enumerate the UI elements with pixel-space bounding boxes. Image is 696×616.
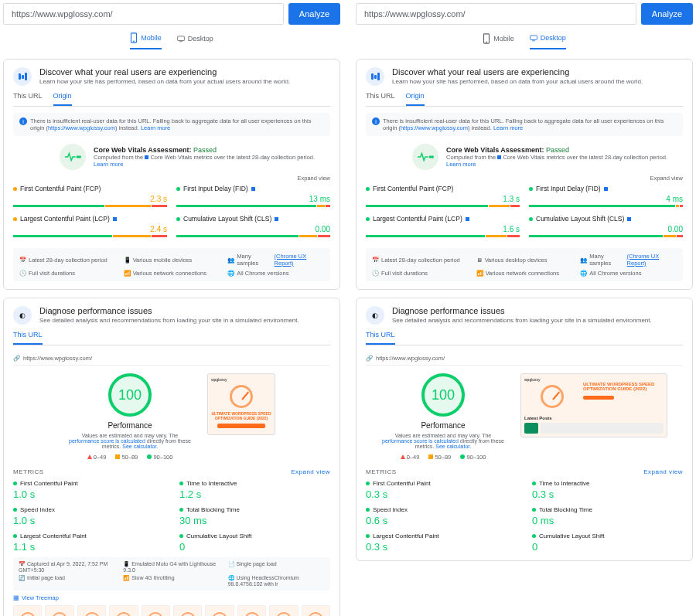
diag-subtab-thisurl[interactable]: This URL (366, 331, 395, 345)
view-treemap-link[interactable]: ▦ View Treemap (13, 594, 330, 601)
metric-fcp: First Contentful Paint (FCP) 2.3 s (13, 185, 167, 207)
info-icon: i (19, 117, 27, 125)
foot-samples: 👥 Many samples (Chrome UX Report) (227, 253, 324, 267)
capture-settings: 📅 Captured at Apr 9, 2022, 7:52 PM GMT+5… (13, 557, 330, 590)
gauge-icon: ◐ (366, 306, 384, 325)
page-thumbnail: wpglossy ULTIMATE WORDPRESS SPEED OPTIMI… (520, 373, 667, 437)
pulse-icon (60, 144, 86, 170)
origin-link[interactable]: https://www.wpglossy.com (401, 124, 468, 131)
chart-icon (366, 67, 384, 86)
perf-score-link[interactable]: performance score is calculated (69, 438, 145, 444)
performance-score: 100 (108, 373, 152, 417)
foot-visit: 🕒 Full visit durations (372, 270, 469, 277)
foot-devices: 🖥 Various desktop devices (476, 253, 573, 267)
pulse-icon (412, 144, 438, 170)
mobile-icon (483, 33, 490, 44)
metric-lcp: Largest Contentful Paint (LCP) 1.6 s (366, 215, 520, 237)
svg-point-4 (77, 156, 78, 158)
metric-fid: First Input Delay (FID) 13 ms (176, 185, 330, 207)
info-icon: i (372, 117, 380, 125)
foot-visit: 🕒 Full visit durations (19, 270, 116, 277)
subtab-thisurl[interactable]: This URL (13, 92, 43, 106)
desktop-icon (530, 32, 537, 43)
analyze-button[interactable]: Analyze (641, 3, 693, 25)
filmstrip (13, 605, 330, 616)
performance-score: 100 (421, 373, 465, 417)
metric-fcp: First Contentful Paint (FCP) 1.3 s (366, 185, 520, 207)
metric-lcp: Largest Contentful Paint (LCP) 2.4 s (13, 215, 167, 237)
discover-title: Discover what your real users are experi… (39, 67, 290, 77)
discover-card: Discover what your real users are experi… (3, 59, 340, 290)
metric-fid: First Input Delay (FID) 4 ms (529, 185, 683, 207)
foot-chrome: 🌐 All Chrome versions (580, 270, 677, 277)
expand-view-link[interactable]: Expand view (13, 175, 330, 182)
expand-view-link-2[interactable]: Expand view (643, 468, 683, 475)
analyze-button[interactable]: Analyze (288, 3, 340, 25)
expand-view-link-2[interactable]: Expand view (291, 468, 330, 475)
foot-net: 📶 Various network connections (476, 270, 573, 277)
see-calculator-link[interactable]: See calculator. (435, 444, 471, 449)
tab-mobile[interactable]: Mobile (130, 32, 162, 49)
chart-icon (13, 67, 32, 86)
metric-cls: Cumulative Layout Shift (CLS) 0.00 (529, 215, 683, 237)
foot-devices: 📱 Various mobile devices (124, 253, 220, 267)
perf-score-link[interactable]: performance score is calculated (382, 438, 459, 444)
learn-more-link[interactable]: Learn more (493, 124, 523, 131)
assessment-learn-more[interactable]: Learn more (446, 161, 667, 168)
metric-cls: Cumulative Layout Shift (CLS) 0.00 (176, 215, 330, 237)
url-input[interactable] (356, 3, 636, 25)
subtab-origin[interactable]: Origin (406, 92, 425, 106)
tab-desktop[interactable]: Desktop (530, 32, 566, 49)
assessment-status: Passed (193, 146, 217, 154)
tab-mobile[interactable]: Mobile (483, 32, 514, 49)
page-thumbnail: wpglossy ULTIMATE WORDPRESS SPEED OPTIMI… (207, 373, 275, 435)
mobile-icon (130, 32, 138, 43)
subtab-origin[interactable]: Origin (53, 92, 72, 106)
svg-rect-8 (530, 36, 537, 40)
tab-desktop[interactable]: Desktop (177, 32, 213, 49)
foot-period: 📅 Latest 28-day collection period (19, 253, 116, 267)
foot-net: 📶 Various network connections (124, 270, 220, 277)
see-calculator-link[interactable]: See calculator. (122, 444, 158, 449)
foot-period: 📅 Latest 28-day collection period (372, 253, 469, 267)
svg-point-5 (79, 156, 80, 158)
analyzed-url: 🔗https://www.wpglossy.com/ (366, 352, 683, 366)
origin-link[interactable]: https://www.wpglossy.com (48, 124, 115, 131)
foot-samples: 👥 Many samples (Chrome UX Report) (580, 253, 677, 267)
url-input[interactable] (3, 3, 284, 25)
gauge-icon: ◐ (13, 306, 32, 325)
svg-point-10 (429, 156, 431, 158)
diag-subtab-thisurl[interactable]: This URL (13, 331, 43, 345)
foot-chrome: 🌐 All Chrome versions (227, 270, 324, 277)
assessment-status: Passed (546, 146, 569, 154)
discover-card: Discover what your real users are experi… (356, 59, 693, 290)
analyzed-url: 🔗https://www.wpglossy.com/ (13, 352, 330, 366)
svg-point-11 (432, 156, 433, 158)
subtab-thisurl[interactable]: This URL (366, 92, 395, 106)
desktop-icon (177, 33, 185, 44)
diagnose-card: ◐ Diagnose performance issues See detail… (3, 298, 340, 616)
expand-view-link[interactable]: Expand view (366, 175, 683, 182)
learn-more-link[interactable]: Learn more (141, 124, 170, 131)
info-banner: i There is insufficient real-user data f… (13, 113, 330, 136)
svg-rect-2 (177, 36, 184, 41)
info-banner: i There is insufficient real-user data f… (366, 113, 683, 136)
diagnose-card: ◐ Diagnose performance issues See detail… (356, 298, 693, 561)
assessment-learn-more[interactable]: Learn more (94, 161, 315, 168)
